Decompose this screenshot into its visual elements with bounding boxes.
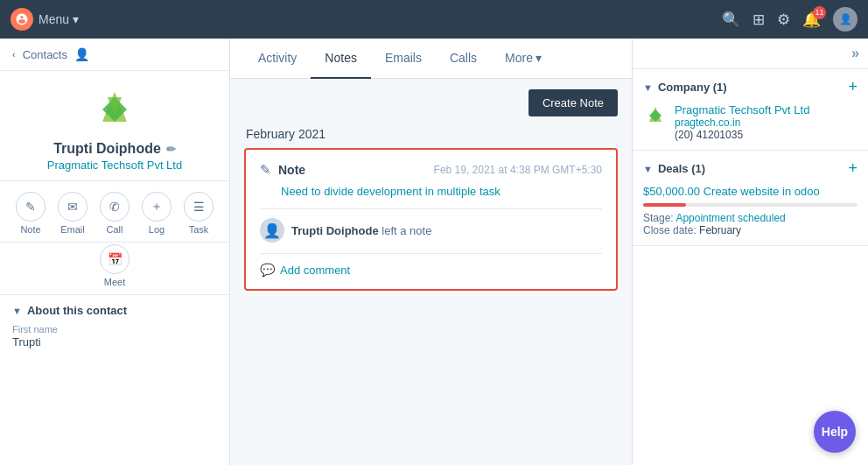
settings-icon[interactable]: ⚙ [777,11,790,29]
tab-more[interactable]: More ▾ [491,39,556,79]
first-name-label: First name [12,324,217,335]
company-section: ▼ Company (1) + Pragmatic Techsoft Pvt L… [633,69,868,151]
deals-chevron-icon[interactable]: ▼ [643,164,653,174]
note-divider [260,208,602,209]
menu-button[interactable]: Menu ▾ [38,12,79,26]
about-header[interactable]: ▼ About this contact [12,304,217,317]
company-title-row: ▼ Company (1) [643,81,727,94]
nav-right: 🔍 ⊞ ⚙ 🔔 11 👤 [722,7,858,32]
deal-stage-value: Appointment scheduled [676,212,785,224]
comment-icon: 💬 [260,263,275,277]
create-note-bar: Create Note [244,89,618,116]
center-content: Activity Notes Emails Calls More ▾ Creat… [230,39,632,465]
contact-company[interactable]: Pragmatic Techsoft Pvt Ltd [47,159,182,172]
meet-button-label: Meet [104,277,125,287]
search-icon[interactable]: 🔍 [722,11,740,29]
first-name-field: First name Trupti [12,324,217,349]
month-section-february-2021: February 2021 ✎ Note Feb 19, 2021 at 4:3… [244,127,618,291]
company-phone: (20) 41201035 [675,129,858,141]
log-button-label: Log [149,224,164,235]
company-chevron-icon[interactable]: ▼ [643,82,653,93]
menu-chevron-icon: ▾ [73,12,79,26]
company-logo-small [643,103,668,128]
note-author-text: Trupti Doiphode left a note [291,224,431,237]
note-circle-icon: ✎ [16,192,46,222]
note-edit-icon: ✎ [260,162,271,178]
deal-progress-fill [643,203,686,207]
deal-progress-bar [643,203,858,207]
note-action-button[interactable]: ✎ Note [16,192,46,235]
company-card: Pragmatic Techsoft Pvt Ltd pragtech.co.i… [643,103,858,141]
tab-emails[interactable]: Emails [371,39,436,79]
contact-person-icon: 👤 [74,47,89,61]
first-name-value: Trupti [12,335,217,349]
email-circle-icon: ✉ [58,192,88,222]
task-action-button[interactable]: ☰ Task [184,192,214,235]
deals-section-title: Deals (1) [658,162,705,175]
email-button-label: Email [60,224,85,235]
collapse-sidebar-button[interactable]: » [851,46,859,61]
top-nav: Menu ▾ 🔍 ⊞ ⚙ 🔔 11 👤 [0,0,868,39]
notification-badge: 11 [813,6,826,19]
about-section: ▼ About this contact First name Trupti [0,295,229,357]
contact-profile: Trupti Doiphode ✏ Pragmatic Techsoft Pvt… [0,71,229,181]
right-sidebar-top: » [633,39,868,69]
edit-contact-icon[interactable]: ✏ [166,143,176,156]
email-action-button[interactable]: ✉ Email [58,192,88,235]
log-action-button[interactable]: ＋ Log [142,192,172,235]
tab-content-notes: Create Note February 2021 ✎ Note Feb 19,… [230,79,632,465]
deals-title-row: ▼ Deals (1) [643,162,705,175]
company-name-link[interactable]: Pragmatic Techsoft Pvt Ltd [675,103,858,116]
add-company-button[interactable]: + [848,78,858,96]
company-url: pragtech.co.in [675,116,858,129]
contact-logo [90,85,139,134]
task-circle-icon: ☰ [184,192,214,222]
more-chevron-icon: ▾ [536,51,542,65]
tab-notes[interactable]: Notes [311,39,371,79]
deals-section: ▼ Deals (1) + $50,000.00 Create website … [633,151,868,246]
right-sidebar: » ▼ Company (1) + [632,39,868,465]
user-avatar[interactable]: 👤 [833,7,858,32]
call-action-button[interactable]: ✆ Call [100,192,130,235]
help-button[interactable]: Help [814,411,856,453]
avatar-icon: 👤 [263,222,281,239]
menu-label: Menu [38,12,69,26]
deal-card: $50,000.00 Create website in odoo Stage:… [643,185,858,236]
add-comment-text: Add comment [280,264,350,277]
about-title: About this contact [27,304,127,317]
marketplace-icon[interactable]: ⊞ [752,11,765,29]
task-button-label: Task [189,224,209,235]
contacts-label: Contacts [23,48,67,61]
note-author-avatar: 👤 [260,218,284,243]
note-timestamp: Feb 19, 2021 at 4:38 PM GMT+5:30 [434,164,602,176]
meet-circle-icon: 📅 [100,244,130,274]
company-info: Pragmatic Techsoft Pvt Ltd pragtech.co.i… [675,103,858,141]
back-arrow-icon[interactable]: ‹ [12,49,16,60]
tab-calls[interactable]: Calls [436,39,491,79]
meet-action-button[interactable]: 📅 Meet [100,244,130,287]
company-section-title: Company (1) [658,81,727,94]
tab-activity[interactable]: Activity [244,39,311,79]
action-buttons: ✎ Note ✉ Email ✆ Call ＋ Log ☰ Task [0,181,229,243]
tabs-bar: Activity Notes Emails Calls More ▾ [230,39,632,79]
create-note-button[interactable]: Create Note [528,89,618,116]
left-sidebar: ‹ Contacts 👤 Trupti Doiphode ✏ [0,39,230,465]
note-body: Need to divide development in multiple t… [281,185,602,198]
deal-name-link[interactable]: $50,000.00 Create website in odoo [643,185,858,198]
note-card: ✎ Note Feb 19, 2021 at 4:38 PM GMT+5:30 … [244,148,618,291]
note-button-label: Note [20,224,40,235]
deals-section-header: ▼ Deals (1) + [643,159,858,178]
add-deal-button[interactable]: + [848,159,858,178]
call-button-label: Call [107,224,123,235]
log-circle-icon: ＋ [142,192,172,222]
note-title: Note [278,163,305,177]
contact-name: Trupti Doiphode ✏ [53,141,176,157]
deal-close-value: February [699,224,741,236]
meet-action-area: 📅 Meet [0,243,229,295]
nav-left: Menu ▾ [10,8,79,31]
notifications-icon[interactable]: 🔔 11 [802,11,821,29]
main-layout: ‹ Contacts 👤 Trupti Doiphode ✏ [0,39,868,465]
about-chevron-icon: ▼ [12,306,22,316]
add-comment-row[interactable]: 💬 Add comment [260,253,602,277]
note-author-row: 👤 Trupti Doiphode left a note [260,218,602,243]
